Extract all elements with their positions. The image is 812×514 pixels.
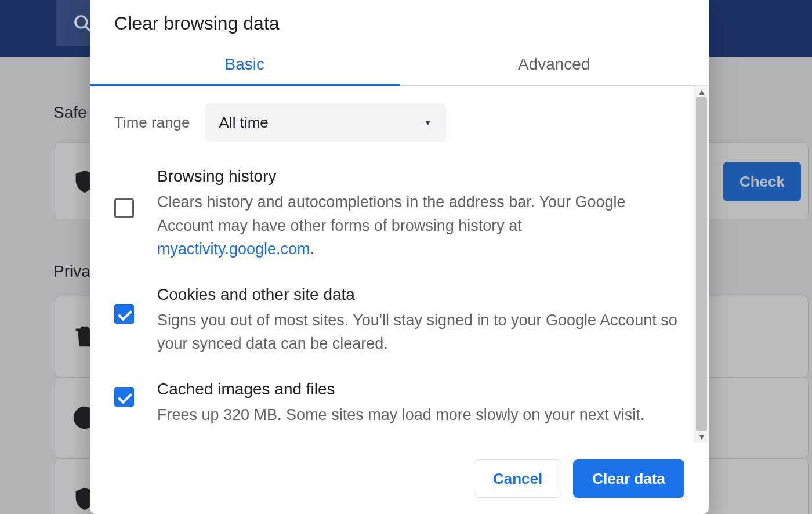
chevron-down-icon: ▼: [424, 118, 432, 127]
section-label-safety: Safe: [53, 103, 87, 122]
scroll-down-icon[interactable]: ▼: [694, 431, 709, 443]
cancel-button-label: Cancel: [493, 470, 542, 488]
dialog-body: Time range All time ▼ Browsing history C…: [90, 86, 709, 443]
dialog-footer: Cancel Clear data: [90, 443, 709, 514]
svg-line-1: [85, 26, 90, 31]
scroll-thumb[interactable]: [696, 97, 707, 431]
option-text: Browsing history Clears history and auto…: [157, 167, 680, 261]
section-label-privacy: Priva: [53, 262, 90, 281]
clear-data-button[interactable]: Clear data: [573, 459, 684, 498]
myactivity-link[interactable]: myactivity.google.com: [157, 240, 310, 258]
option-desc-after: .: [310, 240, 315, 258]
time-range-label: Time range: [114, 114, 190, 132]
option-title: Browsing history: [157, 167, 680, 186]
clear-browsing-data-dialog: Clear browsing data Basic Advanced Time …: [90, 0, 709, 514]
scroll-up-icon[interactable]: ▲: [694, 86, 709, 97]
tab-advanced-label: Advanced: [518, 55, 590, 73]
search-icon: [72, 13, 92, 33]
tab-basic-label: Basic: [225, 55, 264, 73]
checkbox-cookies[interactable]: [114, 304, 134, 324]
dialog-content: Time range All time ▼ Browsing history C…: [90, 86, 694, 443]
dialog-title: Clear browsing data: [90, 0, 709, 45]
option-description: Signs you out of most sites. You'll stay…: [157, 309, 680, 356]
checkbox-cached[interactable]: [114, 387, 134, 407]
check-button-label: Check: [740, 172, 785, 190]
option-cached: Cached images and files Frees up 320 MB.…: [114, 380, 688, 427]
time-range-row: Time range All time ▼: [114, 103, 688, 142]
option-description: Frees up 320 MB. Some sites may load mor…: [157, 403, 680, 427]
time-range-dropdown[interactable]: All time ▼: [205, 103, 446, 142]
tab-advanced[interactable]: Advanced: [400, 45, 709, 85]
option-description: Clears history and autocompletions in th…: [157, 190, 680, 261]
option-text: Cached images and files Frees up 320 MB.…: [157, 380, 680, 427]
scrollbar[interactable]: ▲ ▼: [694, 86, 709, 443]
cancel-button[interactable]: Cancel: [474, 459, 561, 498]
time-range-value: All time: [219, 114, 269, 132]
check-button[interactable]: Check: [723, 162, 801, 201]
option-desc-before: Clears history and autocompletions in th…: [157, 193, 626, 234]
option-browsing-history: Browsing history Clears history and auto…: [114, 167, 688, 261]
option-title: Cookies and other site data: [157, 285, 680, 304]
checkbox-browsing-history[interactable]: [114, 198, 134, 218]
tab-basic[interactable]: Basic: [90, 45, 400, 85]
dialog-tabs: Basic Advanced: [90, 45, 709, 86]
option-text: Cookies and other site data Signs you ou…: [157, 285, 680, 356]
option-cookies: Cookies and other site data Signs you ou…: [114, 285, 688, 356]
clear-data-button-label: Clear data: [592, 470, 665, 488]
option-title: Cached images and files: [157, 380, 680, 399]
